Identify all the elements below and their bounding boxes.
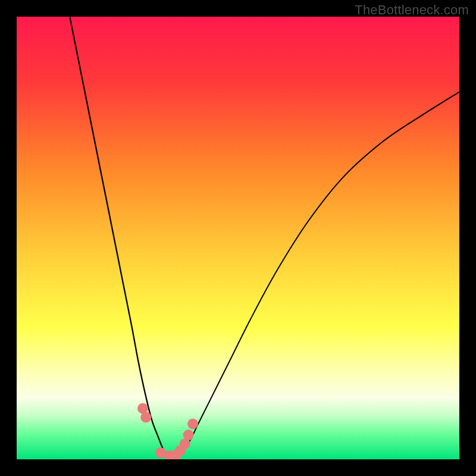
valley-marker	[140, 412, 151, 422]
left-curve	[70, 17, 171, 459]
chart-frame: TheBottleneck.com	[0, 0, 476, 476]
right-curve	[171, 92, 459, 459]
valley-markers	[137, 403, 198, 459]
valley-marker	[183, 430, 194, 440]
curves-svg	[17, 17, 459, 459]
plot-area	[17, 17, 459, 459]
watermark-text: TheBottleneck.com	[355, 2, 469, 18]
valley-marker	[187, 418, 198, 429]
